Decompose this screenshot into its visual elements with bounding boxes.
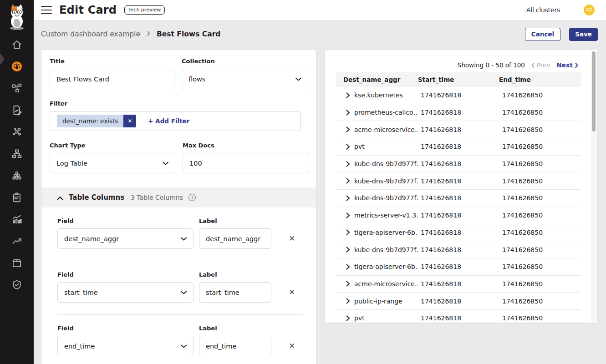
dashboards-icon <box>11 61 23 74</box>
title-group: Title <box>50 58 174 89</box>
scrollbar-track[interactable] <box>591 51 596 322</box>
expand-row-icon[interactable] <box>346 161 350 167</box>
table-row[interactable]: kube-dns-9b7d977f… 1741626818 1741626850 <box>336 156 581 173</box>
title-label: Title <box>50 58 174 65</box>
table-row[interactable]: pvt 1741626818 1741626850 <box>336 310 581 323</box>
dest-name-cell: acme-microservice… <box>354 280 418 288</box>
expand-row-icon[interactable] <box>346 264 350 270</box>
menu-button[interactable] <box>41 6 52 14</box>
table-row[interactable]: acme-microservice… 1741626818 1741626850 <box>336 276 581 293</box>
expand-row-icon[interactable] <box>346 281 350 287</box>
start-time-cell: 1741626818 <box>418 194 499 202</box>
table-row[interactable]: prometheus-calico… 1741626818 1741626850 <box>336 104 581 121</box>
label-input[interactable] <box>199 228 271 249</box>
sidebar-item-topology[interactable] <box>0 78 34 100</box>
next-button[interactable]: Next <box>556 61 578 69</box>
column-header[interactable]: Start_time <box>418 76 499 83</box>
expand-row-icon[interactable] <box>346 195 350 201</box>
expand-row-icon[interactable] <box>346 315 350 321</box>
sidebar-item-packages[interactable] <box>0 253 34 275</box>
end-time-cell: 1741626850 <box>499 126 581 133</box>
field-select[interactable]: end_time <box>57 336 194 356</box>
sidebar-item-service-graph[interactable] <box>0 122 34 144</box>
chart-type-select[interactable]: Log Table <box>50 153 175 173</box>
table-columns-section-header[interactable]: Table Columns 3 Table Columns i <box>41 187 316 207</box>
expand-row-icon[interactable] <box>346 92 350 98</box>
filter-box[interactable]: dest_name: exists ✕ + Add Filter <box>50 111 301 131</box>
filter-group: Filter dest_name: exists ✕ + Add Filter <box>50 100 308 131</box>
prev-button[interactable]: Prev <box>531 61 550 69</box>
chevron-up-icon <box>57 193 63 202</box>
cancel-button[interactable]: Cancel <box>525 28 560 41</box>
field-select[interactable]: start_time <box>57 282 194 303</box>
preview-table: Dest_name_aggr Start_time End_time kse.k… <box>336 72 581 323</box>
trends-icon <box>11 235 23 249</box>
logs-chart-icon <box>11 213 23 227</box>
topology-icon <box>11 82 23 96</box>
table-row[interactable]: tigera-apiserver-6b… 1741626818 17416268… <box>336 258 581 276</box>
sidebar-item-dashboards[interactable] <box>0 56 34 78</box>
sidebar-item-compliance[interactable] <box>0 187 34 209</box>
remove-column-icon[interactable]: ✕ <box>289 342 295 350</box>
scrollbar-thumb[interactable] <box>592 51 596 131</box>
column-header[interactable]: Dest_name_aggr <box>336 76 418 83</box>
column-header[interactable]: End_time <box>499 76 581 83</box>
expand-row-icon[interactable] <box>346 144 350 150</box>
field-label: Field <box>57 325 199 332</box>
sidebar-item-logs-charts[interactable] <box>0 209 34 231</box>
cluster-selector[interactable]: All clusters <box>526 6 560 14</box>
calico-logo[interactable] <box>5 3 29 31</box>
remove-column-icon[interactable]: ✕ <box>289 288 295 296</box>
sidebar-item-trends[interactable] <box>0 231 34 253</box>
table-row[interactable]: pvt 1741626818 1741626850 <box>336 138 581 156</box>
dest-name-cell: pvt <box>354 143 365 150</box>
table-row[interactable]: kube-dns-9b7d977f… 1741626818 1741626850 <box>336 190 581 207</box>
max-docs-label: Max Docs <box>183 142 309 149</box>
collection-select[interactable]: flows <box>182 69 308 89</box>
table-row[interactable]: kse.kubernetes 1741626818 1741626850 <box>336 87 581 104</box>
table-row[interactable]: public-ip-range 1741626818 1741626850 <box>336 293 581 310</box>
expand-row-icon[interactable] <box>346 298 350 304</box>
divider <box>50 184 308 184</box>
label-input[interactable] <box>199 336 271 356</box>
avatar[interactable]: CC <box>584 5 595 15</box>
expand-row-icon[interactable] <box>346 212 350 218</box>
breadcrumb-row: Custom dashboard example Best Flows Card… <box>34 20 606 48</box>
breadcrumb-parent[interactable]: Custom dashboard example <box>41 30 140 38</box>
max-docs-input[interactable] <box>183 153 309 173</box>
prev-label: Prev <box>537 61 550 69</box>
start-time-cell: 1741626818 <box>418 212 499 219</box>
table-row[interactable]: kube-dns-9b7d977f… 1741626818 1741626850 <box>336 172 581 190</box>
start-time-cell: 1741626818 <box>418 229 499 236</box>
end-time-cell: 1741626850 <box>499 212 581 219</box>
chevron-down-icon <box>295 77 301 81</box>
chevron-down-icon <box>163 162 168 165</box>
info-icon[interactable]: i <box>188 194 196 201</box>
field-select[interactable]: dest_name_aggr <box>57 228 194 249</box>
label-input[interactable] <box>199 282 271 303</box>
table-row[interactable]: tigera-apiserver-6b… 1741626818 17416268… <box>336 224 581 242</box>
table-row[interactable]: acme-microservice… 1741626818 1741626850 <box>336 121 581 138</box>
start-time-cell: 1741626818 <box>418 126 499 133</box>
title-input[interactable] <box>50 69 174 89</box>
expand-row-icon[interactable] <box>346 110 350 116</box>
expand-row-icon[interactable] <box>346 247 350 253</box>
expand-row-icon[interactable] <box>346 178 350 184</box>
expand-row-icon[interactable] <box>346 229 350 235</box>
shield-check-icon <box>11 279 23 293</box>
start-time-cell: 1741626818 <box>418 314 499 322</box>
add-filter-link[interactable]: + Add Filter <box>148 117 189 125</box>
sidebar-item-security[interactable] <box>0 275 34 297</box>
sidebar-item-clusters[interactable] <box>0 166 34 187</box>
remove-column-icon[interactable]: ✕ <box>289 235 295 243</box>
end-time-cell: 1741626850 <box>499 246 581 253</box>
chevron-down-icon <box>181 237 187 241</box>
expand-row-icon[interactable] <box>346 126 350 132</box>
sidebar-item-policy-editor[interactable] <box>0 100 34 122</box>
sidebar-item-network-hierarchy[interactable] <box>0 144 34 166</box>
table-row[interactable]: kube-dns-9b7d977f… 1741626818 1741626850 <box>336 241 581 258</box>
filter-chip-close-icon[interactable]: ✕ <box>123 115 136 127</box>
sidebar-item-home[interactable] <box>0 35 34 56</box>
save-button[interactable]: Save <box>569 28 598 41</box>
table-row[interactable]: metrics-server-v1.3… 1741626818 17416268… <box>336 207 581 224</box>
